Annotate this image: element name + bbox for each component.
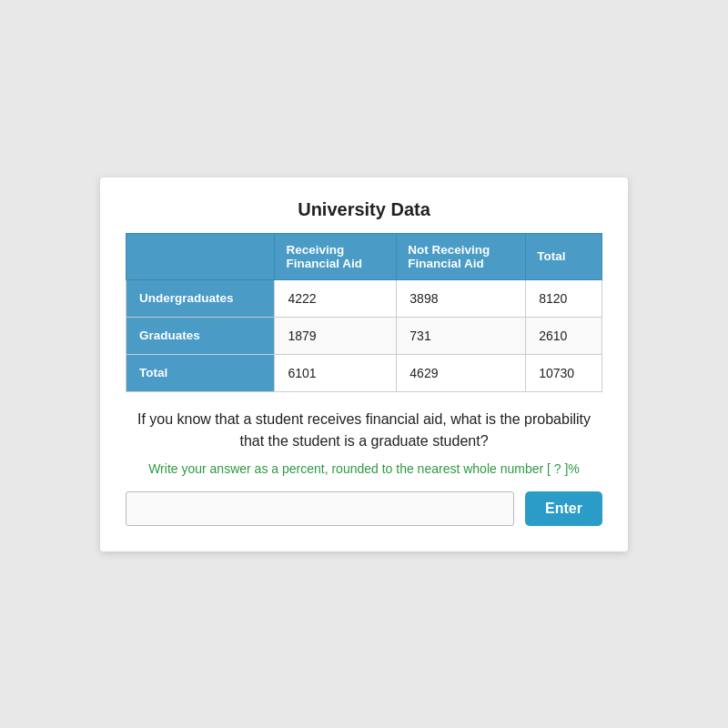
col-header-total: Total (526, 233, 602, 279)
row-label-graduates: Graduates (126, 317, 275, 354)
cell-undergrad-not-receiving: 3898 (397, 279, 526, 317)
university-data-table: ReceivingFinancial Aid Not ReceivingFina… (126, 233, 602, 392)
table-row: Undergraduates 4222 3898 8120 (126, 279, 602, 317)
cell-grad-receiving: 1879 (275, 317, 397, 354)
cell-grad-total: 2610 (526, 317, 602, 354)
answer-input[interactable] (126, 491, 514, 526)
cell-grad-not-receiving: 731 (397, 317, 526, 354)
row-label-total: Total (126, 354, 275, 391)
instruction-label: Write your answer as a percent, rounded … (148, 461, 580, 476)
table-row: Graduates 1879 731 2610 (126, 317, 602, 354)
col-header-receiving: ReceivingFinancial Aid (275, 233, 397, 279)
cell-total-receiving: 6101 (275, 354, 397, 391)
row-label-undergraduates: Undergraduates (126, 279, 275, 317)
question-text: If you know that a student receives fina… (126, 409, 602, 452)
cell-total-total: 10730 (526, 354, 602, 391)
cell-undergrad-receiving: 4222 (275, 279, 397, 317)
cell-total-not-receiving: 4629 (397, 354, 526, 391)
main-card: University Data ReceivingFinancial Aid N… (100, 177, 628, 551)
table-row: Total 6101 4629 10730 (126, 354, 602, 391)
page-title: University Data (126, 199, 602, 220)
enter-button[interactable]: Enter (525, 491, 602, 526)
col-header-not-receiving: Not ReceivingFinancial Aid (397, 233, 526, 279)
col-header-empty (126, 233, 275, 279)
instruction-text: Write your answer as a percent, rounded … (126, 460, 602, 479)
answer-row: Enter (126, 491, 602, 526)
cell-undergrad-total: 8120 (526, 279, 602, 317)
